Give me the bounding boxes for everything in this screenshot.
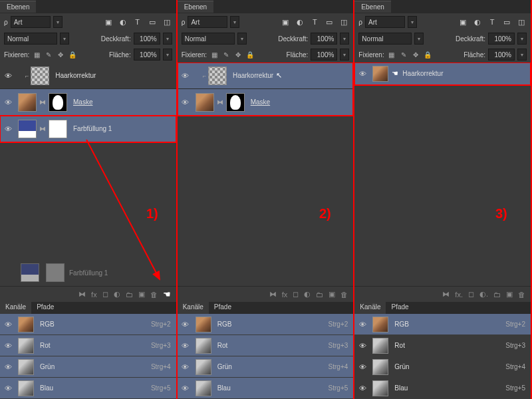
fx-button[interactable]: fx [282, 291, 288, 299]
channel-blau[interactable]: 👁BlauStrg+5 [354, 378, 531, 399]
fill-dropdown[interactable]: ▾ [163, 49, 172, 61]
filter-type-icon[interactable]: T [309, 17, 320, 27]
opacity-dropdown[interactable]: ▾ [340, 33, 349, 45]
layer-thumbnail[interactable] [208, 66, 227, 85]
opacity-dropdown[interactable]: ▾ [163, 33, 172, 45]
filter-shape-icon[interactable]: ▭ [147, 17, 158, 27]
layer-thumbnail[interactable] [372, 66, 388, 82]
blend-mode[interactable] [4, 33, 57, 45]
lock-position-icon[interactable]: ✥ [233, 50, 243, 59]
layer-thumbnail[interactable] [31, 66, 49, 85]
group-button[interactable]: 🗀 [493, 291, 501, 299]
filter-smart-icon[interactable]: ◫ [338, 17, 349, 27]
lock-transparent-icon[interactable]: ▦ [32, 50, 41, 59]
filter-adjust-icon[interactable]: ◐ [118, 17, 128, 27]
lock-position-icon[interactable]: ✥ [411, 50, 420, 59]
mask-button[interactable]: ◻ [293, 290, 299, 299]
opacity-input[interactable] [134, 33, 160, 45]
filter-type-icon[interactable]: T [132, 17, 143, 27]
tab-paths[interactable]: Pfade [386, 302, 414, 314]
visibility-icon[interactable]: 👁 [0, 384, 16, 392]
filter-type[interactable] [188, 16, 227, 28]
blend-dropdown[interactable]: ▾ [237, 33, 247, 45]
filter-dropdown[interactable]: ▾ [230, 16, 239, 28]
tab-layers[interactable]: Ebenen [0, 1, 36, 13]
filter-type-icon[interactable]: T [487, 17, 497, 27]
channel-rgb[interactable]: 👁 RGB Strg+2 [0, 314, 176, 335]
channel-rgb[interactable]: 👁RGBStrg+2 [178, 314, 354, 335]
delete-button[interactable]: 🗑 [150, 291, 158, 299]
lock-transparent-icon[interactable]: ▦ [387, 50, 396, 59]
channel-blau[interactable]: 👁 Blau Strg+5 [0, 378, 176, 399]
lock-transparent-icon[interactable]: ▦ [209, 50, 219, 59]
mask-button[interactable]: ◻ [102, 290, 108, 299]
blend-mode[interactable] [182, 33, 235, 45]
new-layer-button[interactable]: ▣ [506, 290, 513, 299]
link-icon[interactable]: ⧓ [216, 98, 224, 106]
visibility-icon[interactable]: 👁 [354, 70, 370, 78]
layer-maske[interactable]: 👁 ⧓ Maske [0, 89, 176, 116]
visibility-icon[interactable]: 👁 [0, 342, 16, 350]
tab-paths[interactable]: Pfade [31, 302, 59, 314]
link-icon[interactable]: ⧓ [39, 125, 47, 132]
filter-adjust-icon[interactable]: ◐ [295, 17, 305, 27]
filter-image-icon[interactable]: ▣ [458, 17, 468, 27]
layer-maske[interactable]: 👁 ⧓ Maske [178, 89, 354, 116]
lock-all-icon[interactable]: 🔒 [245, 50, 255, 59]
layer-thumbnail[interactable] [196, 93, 214, 112]
channel-grun[interactable]: 👁GrünStrg+4 [178, 356, 354, 378]
lock-pixels-icon[interactable]: ✎ [399, 50, 408, 59]
visibility-icon[interactable]: 👁 [0, 363, 16, 371]
fill-input[interactable] [311, 49, 337, 61]
filter-type[interactable] [11, 16, 51, 28]
mask-thumbnail[interactable] [49, 120, 67, 138]
link-button[interactable]: ⧓ [269, 290, 277, 299]
layer-thumbnail[interactable] [18, 93, 37, 112]
channel-grun[interactable]: 👁GrünStrg+4 [354, 356, 531, 378]
adjustment-button[interactable]: ◐. [479, 290, 488, 299]
delete-button[interactable]: 🗑 [340, 291, 348, 299]
fx-button[interactable]: fx [91, 291, 97, 299]
link-button[interactable]: ⧓ [78, 290, 86, 299]
filter-shape-icon[interactable]: ▭ [501, 17, 512, 27]
group-button[interactable]: 🗀 [126, 291, 133, 299]
tab-channels[interactable]: Kanäle [0, 302, 31, 314]
blend-dropdown[interactable]: ▾ [414, 33, 424, 45]
mask-thumbnail[interactable] [49, 93, 67, 112]
tab-paths[interactable]: Pfade [209, 302, 237, 314]
filter-image-icon[interactable]: ▣ [103, 17, 114, 27]
link-button[interactable]: ⧓ [442, 290, 450, 299]
layer-thumbnail[interactable] [18, 120, 37, 138]
tab-layers[interactable]: Ebenen [354, 1, 390, 13]
new-layer-button[interactable]: ▣ [329, 290, 335, 299]
tab-channels[interactable]: Kanäle [178, 302, 209, 314]
fill-dropdown[interactable]: ▾ [517, 49, 527, 61]
filter-shape-icon[interactable]: ▭ [324, 17, 334, 27]
layer-haarkorrektur[interactable]: 👁 ⌐ Haarkorrektur [0, 63, 176, 89]
lock-position-icon[interactable]: ✥ [56, 50, 65, 59]
mask-button[interactable]: ◻ [468, 290, 474, 299]
fill-dropdown[interactable]: ▾ [340, 49, 349, 61]
channel-grun[interactable]: 👁 Grün Strg+4 [0, 356, 176, 378]
fill-input[interactable] [488, 49, 515, 61]
filter-smart-icon[interactable]: ◫ [516, 17, 527, 27]
filter-dropdown[interactable]: ▾ [53, 16, 63, 28]
filter-adjust-icon[interactable]: ◐ [472, 17, 483, 27]
lock-pixels-icon[interactable]: ✎ [44, 50, 53, 59]
group-button[interactable]: 🗀 [316, 291, 323, 299]
opacity-input[interactable] [311, 33, 337, 45]
tab-layers[interactable]: Ebenen [178, 1, 213, 13]
lock-pixels-icon[interactable]: ✎ [221, 50, 231, 59]
blend-dropdown[interactable]: ▾ [60, 33, 69, 45]
visibility-icon[interactable]: 👁 [0, 321, 16, 329]
opacity-dropdown[interactable]: ▾ [517, 33, 527, 45]
channel-rot[interactable]: 👁 Rot Strg+3 [0, 335, 176, 356]
fx-button[interactable]: fx. [455, 291, 463, 299]
layer-haarkorrektur[interactable]: 👁 ☚ Haarkorrektur [354, 63, 531, 85]
visibility-icon[interactable]: 👁 [0, 125, 16, 133]
opacity-input[interactable] [488, 33, 515, 45]
filter-type[interactable] [365, 16, 405, 28]
visibility-icon[interactable]: 👁 [0, 98, 16, 106]
lock-all-icon[interactable]: 🔒 [423, 50, 432, 59]
new-layer-button[interactable]: ▣ [138, 290, 145, 299]
